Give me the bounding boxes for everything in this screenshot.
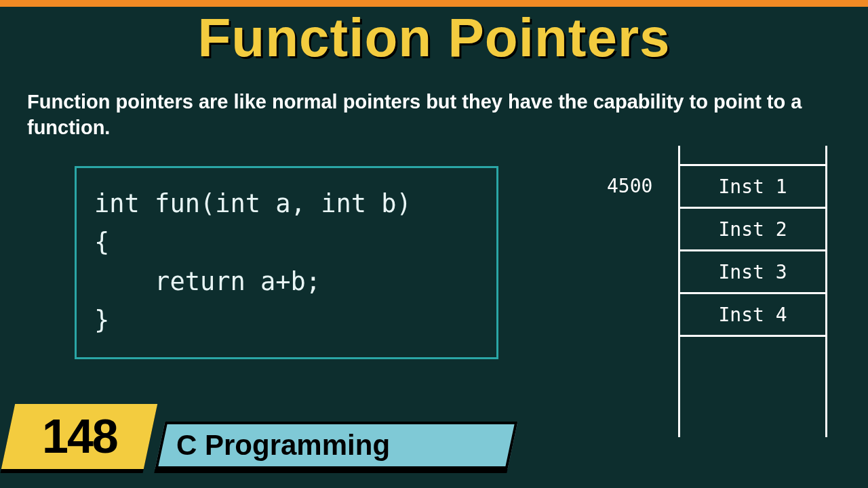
slide-title: Function Pointers <box>0 7 868 69</box>
memory-cell-label: Inst 1 <box>718 176 787 198</box>
memory-cell-label: Inst 2 <box>718 218 787 241</box>
memory-diagram: Inst 1 Inst 2 Inst 3 Inst 4 <box>678 146 827 337</box>
memory-rail-left <box>678 146 680 437</box>
lesson-number: 148 <box>42 409 117 464</box>
memory-cell-label: Inst 3 <box>718 261 787 283</box>
memory-address-label: 4500 <box>607 175 652 197</box>
course-topic-banner: C Programming <box>155 422 518 469</box>
slide-description: Function pointers are like normal pointe… <box>27 89 841 140</box>
memory-cell-label: Inst 4 <box>718 304 787 326</box>
memory-cell: Inst 3 <box>678 249 827 294</box>
memory-cell: Inst 1 <box>678 164 827 209</box>
memory-cell: Inst 4 <box>678 292 827 337</box>
memory-cell: Inst 2 <box>678 207 827 251</box>
memory-rail-right <box>825 146 827 437</box>
code-block: int fun(int a, int b) { return a+b; } <box>75 166 498 359</box>
lesson-number-banner: 148 <box>1 404 157 469</box>
top-rule <box>0 0 868 7</box>
course-topic: C Programming <box>176 429 390 462</box>
